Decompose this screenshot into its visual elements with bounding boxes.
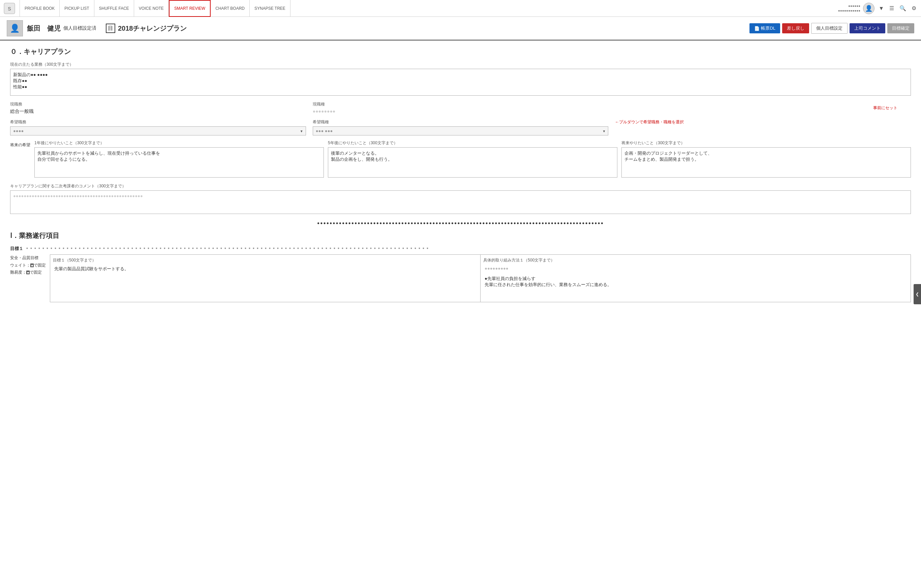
sidebar-handle[interactable]: ❮ <box>914 284 921 304</box>
annotation-preset: 事前にセット <box>873 105 911 111</box>
desired-position-label: 希望職務 <box>10 119 306 125</box>
nav-shuffle-face[interactable]: SHUFFLE FACE <box>94 0 134 17</box>
user-avatar: 👤 <box>7 20 23 36</box>
header-actions: 📄 帳票DL 差し戻し 個人目標設定 上司コメント 目標確定 <box>750 23 914 34</box>
five-year-input[interactable]: 後輩のメンターとなる。 製品の企画をし、開発も行う。 <box>328 147 617 178</box>
desired-type-col: 希望職種 ●●● ●●● <box>313 119 609 135</box>
future-hopes-row: 将来の希望 1年後にやりたいこと（300文字まで） 先輩社員からのサポートを減ら… <box>10 140 911 183</box>
avatar: 👤 <box>863 3 874 14</box>
desired-type-select[interactable]: ●●● ●●● <box>313 126 609 135</box>
goal1-input[interactable]: 先輩の製品品質試験をサポートする。 <box>53 264 477 298</box>
confirm-button[interactable]: 目標確定 <box>887 23 914 33</box>
section-divider-0: ●●●●●●●●●●●●●●●●●●●●●●●●●●●●●●●●●●●●●●●●… <box>10 221 911 225</box>
desired-pos-type-row: 希望職務 ●●●● 希望職種 ●●● ●●● ←プルダウンで希望職務・職種を選択 <box>10 119 911 135</box>
app-logo[interactable]: S <box>3 2 16 15</box>
difficulty-suffix: で固定 <box>30 270 42 275</box>
nav-smart-review[interactable]: SMART REVIEW <box>169 0 211 17</box>
download-label: 帳票DL <box>761 25 775 31</box>
future-col: 将来やりたいこと（300文字まで） 企画・開発のプロジェクトリーダーとして、 チ… <box>622 140 911 179</box>
user-name: 飯田 健児 <box>27 24 61 33</box>
difficulty-label: 難易度； <box>10 270 26 275</box>
personal-goal-button[interactable]: 個人目標設定 <box>811 23 848 34</box>
current-job-label: 現在の主たる業務（300文字まで） <box>10 62 911 67</box>
future-hopes-three-col: 1年後にやりたいこと（300文字まで） 先輩社員からのサポートを減らし、現在受け… <box>34 140 911 179</box>
one-year-input[interactable]: 先輩社員からのサポートを減らし、現在受け持っている仕事を 自分で回せるようになる… <box>34 147 324 178</box>
nav-voice-note[interactable]: VOICE NOTE <box>134 0 169 17</box>
plan-title: 2018チャレンジプラン <box>118 24 187 33</box>
current-type-col: 現職種 ●●●●●●●● <box>313 101 609 114</box>
nav-user-info: ●●●●●● ●●●●●●●●●●● <box>838 4 860 13</box>
doc-icon: 📄 <box>754 26 760 31</box>
goal1-side-info: 安全・品質目標 ウェイト；■で固定 難易度；■で固定 <box>10 254 46 276</box>
goal1-label: 目標１ <box>10 246 23 252</box>
goal1-header-row: 目標１ ＊＊＊＊＊＊＊＊＊＊＊＊＊＊＊＊＊＊＊＊＊＊＊＊＊＊＊＊＊＊＊＊＊＊＊＊… <box>10 246 911 252</box>
goal1-specific-desc: 先輩に任された仕事を効率的に行い、業務をスムーズに進める。 <box>485 282 906 288</box>
goal1-content-row: 安全・品質目標 ウェイト；■で固定 難易度；■で固定 目標１（500文字まで） … <box>10 254 911 302</box>
annotation-dropdown: ←プルダウンで希望職務・職種を選択 <box>615 119 684 125</box>
desired-position-select-wrap: ●●●● <box>10 126 306 135</box>
section-0-title: ０．キャリアプラン <box>10 47 911 56</box>
goal1-specific-value-blur: ●●●●●●●●● <box>483 264 908 272</box>
weight-value: ■ <box>30 264 34 267</box>
desired-position-col: 希望職務 ●●●● <box>10 119 306 135</box>
download-button[interactable]: 📄 帳票DL <box>750 23 780 33</box>
nav-right-area: ●●●●●● ●●●●●●●●●●● 👤 ▼ ☰ 🔍 ⚙ <box>838 3 918 14</box>
weight-label: ウェイト； <box>10 263 30 267</box>
section-1-title: Ⅰ．業務遂行項目 <box>10 231 911 240</box>
one-year-label: 1年後にやりたいこと（300文字まで） <box>34 140 324 146</box>
goal1-specific-text: ●先輩社員の負担を減らす 先輩に任された仕事を効率的に行い、業務をスムーズに進め… <box>483 274 908 289</box>
current-pos-type-row: 現職務 総合一般職 現職種 ●●●●●●●● 事前にセット <box>10 101 911 114</box>
current-type-label: 現職種 <box>313 101 609 107</box>
weight-suffix: で固定 <box>34 263 46 267</box>
desired-position-select[interactable]: ●●●● <box>10 126 306 135</box>
goal1-difficulty: 難易度；■で固定 <box>10 269 46 276</box>
future-hopes-side-label: 将来の希望 <box>10 140 30 148</box>
future-label: 将来やりたいこと（300文字まで） <box>622 140 911 146</box>
career-comment-label: キャリアプランに関する二次考課者のコメント（300文字まで） <box>10 183 911 189</box>
one-year-col: 1年後にやりたいこと（300文字まで） 先輩社員からのサポートを減らし、現在受け… <box>34 140 324 179</box>
five-year-col: 5年後にやりたいこと（300文字まで） 後輩のメンターとなる。 製品の企画をし、… <box>328 140 617 179</box>
goal1-left: 目標１（500文字まで） 先輩の製品品質試験をサポートする。 <box>50 255 480 302</box>
search-icon[interactable]: 🔍 <box>898 5 908 11</box>
goal1-right: 具体的取り組み方法１（500文字まで） ●●●●●●●●● ●先輩社員の負担を減… <box>480 255 911 302</box>
career-comment-input[interactable]: ●●●●●●●●●●●●●●●●●●●●●●●●●●●●●●●●●●●●●●●●… <box>10 191 911 214</box>
page-title-group: 飯田 健児 個人目標設定済 目 2018チャレンジプラン <box>27 24 745 33</box>
goal1-specific-label: 具体的取り組み方法１（500文字まで） <box>483 257 908 263</box>
current-job-row: 現在の主たる業務（300文字まで） 新製品の●● ●●●● 既存●● 性能●● <box>10 62 911 97</box>
dropdown-icon[interactable]: ▼ <box>877 5 885 11</box>
list-icon[interactable]: ☰ <box>888 5 895 11</box>
return-button[interactable]: 差し戻し <box>782 23 809 33</box>
nav-profile-book[interactable]: PROFILE BOOK <box>20 0 60 17</box>
difficulty-value: ■ <box>26 270 30 274</box>
current-position-label: 現職務 <box>10 101 306 107</box>
page-header: 👤 飯田 健児 個人目標設定済 目 2018チャレンジプラン 📄 帳票DL 差し… <box>0 17 921 41</box>
current-position-value: 総合一般職 <box>10 109 306 114</box>
top-navigation: S PROFILE BOOK PICKUP LIST SHUFFLE FACE … <box>0 0 921 17</box>
nav-synapse-tree[interactable]: SYNAPSE TREE <box>250 0 290 17</box>
desired-type-label: 希望職種 <box>313 119 609 125</box>
goal1-side-label: 安全・品質目標 <box>10 254 46 262</box>
desired-type-select-wrap: ●●● ●●● <box>313 126 609 135</box>
user-status: 個人目標設定済 <box>63 25 96 31</box>
settings-icon[interactable]: ⚙ <box>910 5 918 11</box>
main-content: ０．キャリアプラン 現在の主たる業務（300文字まで） 新製品の●● ●●●● … <box>0 41 921 309</box>
nav-item-list: PROFILE BOOK PICKUP LIST SHUFFLE FACE VO… <box>20 0 838 17</box>
plan-icon: 目 <box>106 24 115 33</box>
nav-chart-board[interactable]: CHART BOARD <box>211 0 250 17</box>
future-hopes-content: 1年後にやりたいこと（300文字まで） 先輩社員からのサポートを減らし、現在受け… <box>34 140 911 183</box>
current-job-input[interactable]: 新製品の●● ●●●● 既存●● 性能●● <box>10 69 911 96</box>
boss-comment-button[interactable]: 上司コメント <box>849 23 885 33</box>
goal1-stars: ＊＊＊＊＊＊＊＊＊＊＊＊＊＊＊＊＊＊＊＊＊＊＊＊＊＊＊＊＊＊＊＊＊＊＊＊＊＊＊＊… <box>25 246 430 251</box>
five-year-label: 5年後にやりたいこと（300文字まで） <box>328 140 617 146</box>
nav-user-line1: ●●●●●● <box>838 4 860 8</box>
nav-user-line2: ●●●●●●●●●●● <box>838 8 860 13</box>
career-comment-row: キャリアプランに関する二次考課者のコメント（300文字まで） ●●●●●●●●●… <box>10 183 911 215</box>
nav-pickup-list[interactable]: PICKUP LIST <box>60 0 94 17</box>
section-0: ０．キャリアプラン 現在の主たる業務（300文字まで） 新製品の●● ●●●● … <box>10 47 911 215</box>
goal1-weight: ウェイト；■で固定 <box>10 262 46 269</box>
future-input[interactable]: 企画・開発のプロジェクトリーダーとして、 チームをまとめ、製品開発まで担う。 <box>622 147 911 178</box>
current-position-col: 現職務 総合一般職 <box>10 101 306 114</box>
goal1-sub-label: 目標１（500文字まで） <box>53 257 477 263</box>
section-1: Ⅰ．業務遂行項目 目標１ ＊＊＊＊＊＊＊＊＊＊＊＊＊＊＊＊＊＊＊＊＊＊＊＊＊＊＊… <box>10 231 911 302</box>
goal1-specific-main: ●先輩社員の負担を減らす <box>485 275 906 282</box>
